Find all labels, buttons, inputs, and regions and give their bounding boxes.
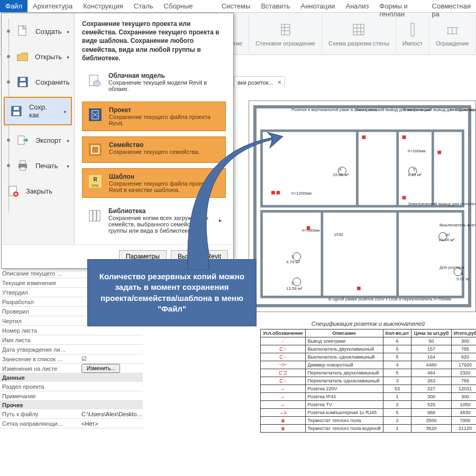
sched-row: ⊏○Выключатель двухклавишный5157785Legra	[261, 345, 477, 353]
ribbon-tabs: Файл Архитектура Конструкция Сталь Сборн…	[0, 0, 476, 13]
prop-row[interactable]: Дата утверждения ли…	[0, 345, 143, 354]
tab-collab[interactable]: Совместная ра	[427, 0, 476, 12]
sub-project[interactable]: ПроектСохранение текущего файла проекта …	[82, 102, 226, 131]
tab-analyze[interactable]: Анализ	[340, 0, 374, 12]
sched-header: Цена за шт,руб	[411, 329, 451, 337]
fm-close[interactable]: Закрыть	[2, 178, 74, 204]
floorplan	[253, 105, 471, 307]
svg-rect-12	[13, 112, 20, 115]
schedule-table: Усл.обозначениеОписаниеКол-во,штЦена за …	[260, 329, 476, 433]
drawing-label: 10.64 м²	[438, 237, 454, 242]
fm-save[interactable]: Сохранить	[2, 69, 74, 95]
drawing-label: h=900мм	[302, 228, 319, 233]
svg-rect-41	[362, 136, 365, 139]
rp-mullion[interactable]: Импост	[396, 15, 429, 52]
drawing-label: h=600мм вар.пане	[450, 107, 476, 112]
svg-rect-15	[20, 161, 25, 164]
prop-row[interactable]: Занесение в список …☑	[0, 354, 143, 364]
sched-header: Описание	[305, 329, 383, 337]
sched-row: ⫠⊡Розетка компьютерная 1x RJ4559664830Le…	[261, 409, 477, 417]
sched-row: ⫠Розетка TV25251050Legra	[261, 401, 477, 409]
schedule-title: Спецификация розеток и выключателей	[260, 321, 476, 327]
sched-header: Итого,руб	[451, 329, 476, 337]
fm-print[interactable]: Печать▸	[2, 153, 74, 178]
tab-structure[interactable]: Конструкция	[78, 0, 128, 12]
prop-row[interactable]: Изменения на листеИзменить...	[0, 364, 143, 373]
rp-curtain-wall[interactable]: Стеновое ограждение	[249, 15, 322, 52]
svg-rect-9	[20, 83, 26, 86]
svg-rect-42	[402, 136, 406, 139]
svg-rect-22	[89, 143, 102, 156]
drawing-label: 1530	[334, 232, 343, 237]
drawing-label: h=100мм	[408, 149, 425, 153]
prop-row[interactable]: Путь к файлуC:\Users\Alex\Deskto…	[0, 409, 143, 419]
drawing-label: h=1200мм	[291, 191, 312, 196]
prop-row[interactable]: Раздел проекта	[0, 382, 143, 391]
tab-file[interactable]: Файл	[0, 0, 28, 12]
svg-point-20	[93, 81, 100, 86]
svg-text:R: R	[93, 177, 97, 182]
sched-row: ⫠Розетка IP441300300Legra	[261, 393, 477, 401]
drawing-label: 3	[291, 254, 294, 259]
tab-precast[interactable]: Сборные элементы	[159, 0, 216, 12]
fm-saveas[interactable]: Сохр. как▸	[4, 97, 72, 125]
sched-header: Кол-во,шт	[383, 329, 411, 337]
drawing-label: 5	[413, 167, 415, 172]
document-tab[interactable]: вки розеток...×	[234, 76, 285, 88]
fm-new[interactable]: Создать▸	[2, 19, 74, 44]
tab-systems[interactable]: Системы	[216, 0, 255, 12]
callout-arrow	[177, 132, 283, 270]
drawing-label: 4.79 м²	[286, 260, 300, 264]
svg-rect-29	[97, 210, 100, 221]
sched-row: ⫠Розетка 220V5322712031Legra	[261, 385, 477, 393]
svg-text:RTE: RTE	[92, 184, 98, 187]
prop-row[interactable]: Примечание	[0, 391, 143, 401]
svg-rect-43	[402, 196, 406, 199]
schedule: Спецификация розеток и выключателей Усл.…	[260, 321, 476, 433]
sub-cloud[interactable]: Облачная модельСохранение текущей модели…	[82, 68, 226, 96]
svg-rect-3	[281, 24, 290, 35]
svg-point-51	[293, 278, 301, 286]
drawing-label: 9	[461, 271, 463, 276]
props-cat-other: Прочее	[0, 401, 143, 409]
tab-massing[interactable]: Формы и генплан	[374, 0, 426, 12]
tab-annotate[interactable]: Аннотации	[295, 0, 340, 12]
sched-row: ⟋Вывод электрики650300	[261, 337, 477, 345]
prop-row[interactable]: Имя листа	[0, 335, 143, 345]
svg-rect-11	[14, 107, 19, 110]
fm-export[interactable]: Экспорт▸	[2, 127, 74, 153]
fm-description: Сохранение текущего проекта или семейств…	[82, 20, 226, 62]
edit-button[interactable]: Изменить...	[81, 364, 120, 373]
prop-row[interactable]: Номер листа	[0, 326, 143, 335]
close-tab-icon[interactable]: ×	[278, 78, 282, 86]
rp-railing[interactable]: Ограждение	[429, 15, 476, 52]
tab-insert[interactable]: Вставить	[255, 0, 295, 12]
svg-rect-4	[353, 24, 364, 35]
drawing-label: Электрический вывод для полотенцесушител…	[408, 202, 476, 206]
file-menu-left: Создать▸ Открыть▸ Сохранить Сохр. как▸ Э…	[2, 13, 75, 244]
prop-row[interactable]: Сетка направляющи…<Нет>	[0, 419, 143, 428]
rp-curtain-grid[interactable]: Схема разрезки стены	[322, 15, 396, 52]
props-cat-data: Данные	[0, 373, 143, 382]
sched-row: ⊏⊐Переключатель двухклавишный54642320Leg…	[261, 369, 477, 377]
callout: Количество резервных копий можно задать …	[87, 259, 257, 326]
drawing-label: Выключатель всего	[440, 223, 476, 227]
svg-rect-5	[411, 23, 414, 36]
svg-rect-44	[438, 151, 441, 154]
sched-row: ◉Термостат теплого пола водяной135202112…	[261, 425, 477, 433]
sched-row: ◉Термостат теплого пола235007000Legra	[261, 417, 477, 425]
svg-rect-28	[93, 210, 96, 221]
fm-open[interactable]: Открыть▸	[2, 44, 74, 69]
tab-architecture[interactable]: Архитектура	[28, 0, 78, 12]
svg-rect-46	[357, 287, 360, 290]
drawing-label: Для роутера	[440, 265, 464, 270]
sched-row: ⊏○Выключатель одноклавишный5164820Legra	[261, 353, 477, 361]
drawing-label: 15.88 м²	[333, 172, 349, 177]
drawing-label: 4.15 м²	[408, 172, 422, 177]
tab-steel[interactable]: Сталь	[129, 0, 159, 12]
svg-rect-27	[89, 210, 93, 221]
drawing-label: 2	[291, 281, 294, 286]
sched-row: ⊏○Переключатель одноклавишный3263789Legr…	[261, 377, 477, 385]
svg-rect-6	[19, 26, 26, 35]
drawing-label: 5.07 м	[456, 277, 469, 281]
